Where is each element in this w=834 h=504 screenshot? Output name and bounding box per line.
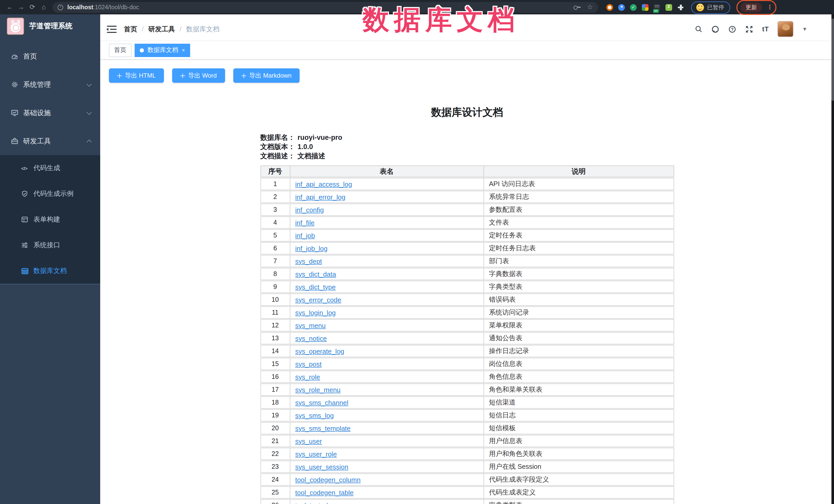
reload-icon[interactable]: ⟳ [27, 0, 38, 15]
row-table-name: sys_user [290, 435, 484, 447]
bookmark-star-icon[interactable]: ☆ [587, 0, 593, 15]
table-name-link[interactable]: sys_dict_data [295, 270, 336, 278]
export-markdown-button[interactable]: 导出 Markdown [233, 68, 300, 83]
back-icon[interactable]: ← [4, 0, 16, 15]
table-name-link[interactable]: inf_job [295, 232, 315, 239]
sidebar-item-dev-tools[interactable]: 研发工具 [0, 127, 100, 155]
extensions-puzzle-icon[interactable] [677, 4, 684, 10]
tab-db-doc[interactable]: 数据库文档 × [135, 43, 190, 57]
row-description: 代码生成表定义 [484, 486, 674, 499]
row-description: 菜单权限表 [484, 319, 674, 332]
table-name-link[interactable]: inf_api_error_log [295, 193, 345, 201]
font-size-icon[interactable] [762, 25, 769, 32]
table-name-link[interactable]: sys_role [295, 373, 320, 381]
plus-icon [180, 73, 185, 78]
extension-icon-pin[interactable] [618, 4, 625, 10]
address-bar[interactable]: localhost:1024/tool/db-doc ☆ [52, 2, 598, 13]
page-scrollbar[interactable] [831, 15, 834, 504]
update-button[interactable]: 更新 [741, 2, 762, 12]
table-name-link[interactable]: sys_dict_type [295, 283, 336, 291]
caret-down-icon[interactable]: ▼ [802, 26, 807, 32]
table-name-link[interactable]: sys_operate_log [295, 347, 344, 355]
row-num: 26 [260, 499, 290, 504]
row-table-name: inf_job [290, 229, 484, 242]
table-name-link[interactable]: inf_api_access_log [295, 180, 352, 188]
scrollbar-thumb[interactable] [831, 19, 834, 101]
sidebar-item-codegen-example[interactable]: 代码生成示例 [0, 181, 100, 206]
table-name-link[interactable]: sys_post [295, 360, 322, 368]
table-name-link[interactable]: sys_sms_channel [295, 399, 348, 406]
app-logo-row: 芋道管理系统 [0, 15, 100, 38]
table-name-link[interactable]: sys_sms_template [295, 424, 350, 432]
row-num: 6 [260, 242, 290, 255]
table-name-link[interactable]: sys_role_menu [295, 386, 341, 393]
avatar[interactable] [777, 21, 793, 37]
table-name-link[interactable]: inf_file [295, 219, 314, 226]
row-description: 字典类型表 [484, 281, 674, 293]
column-header-num: 序号 [260, 166, 290, 177]
table-name-link[interactable]: tool_codegen_table [295, 488, 354, 496]
table-name-link[interactable]: sys_user_role [295, 450, 337, 458]
table-name-link[interactable]: tool_codegen_column [295, 476, 360, 483]
sidebar-item-home[interactable]: 首页 [0, 42, 100, 70]
paused-extension-badge[interactable]: 已暂停 [692, 2, 728, 13]
table-name-link[interactable]: sys_user [295, 437, 322, 445]
table-name-link[interactable]: inf_config [295, 206, 324, 214]
extension-icon-orange[interactable] [606, 4, 613, 10]
help-icon[interactable]: ? [728, 25, 737, 33]
forward-icon[interactable]: → [16, 0, 27, 15]
table-name-link[interactable]: sys_login_log [295, 309, 336, 316]
table-name-link[interactable]: inf_job_log [295, 244, 328, 252]
chevron-down-icon [87, 109, 92, 115]
sidebar-item-db-doc[interactable]: 数据库文档 [0, 258, 100, 284]
breadcrumb-home[interactable]: 首页 [124, 24, 137, 34]
export-html-button[interactable]: 导出 HTML [109, 68, 164, 83]
row-table-name: sys_user_session [290, 461, 484, 473]
fullscreen-icon[interactable] [745, 25, 753, 33]
search-icon[interactable] [695, 25, 703, 33]
browser-menu-icon[interactable]: ⋮ [767, 2, 773, 12]
row-table-name: sys_sms_template [290, 422, 484, 434]
breadcrumb: 首页 / 研发工具 / 数据库文档 [124, 24, 220, 34]
row-table-name: sys_sms_log [290, 409, 484, 421]
table-row: 9 sys_dict_type 字典类型表 [260, 281, 674, 293]
sidebar-item-form-builder[interactable]: 表单构建 [0, 206, 100, 232]
extension-icon-switch-on[interactable] [654, 4, 660, 10]
url-text[interactable]: localhost:1024/tool/db-doc [67, 4, 139, 10]
sidebar-item-code-generation[interactable]: 代码生成 [0, 155, 100, 181]
row-num: 12 [260, 319, 290, 332]
sidebar-item-label: 数据库文档 [34, 266, 67, 276]
doc-info-line: 文档版本：1.0.0 [260, 143, 674, 152]
svg-text:?: ? [731, 27, 733, 31]
table-name-link[interactable]: sys_sms_log [295, 412, 334, 419]
extension-icon-check[interactable] [630, 4, 637, 10]
extension-icon-z[interactable] [665, 4, 672, 10]
sidebar-fold-icon[interactable] [106, 25, 117, 33]
row-description: 系统异常日志 [484, 191, 674, 203]
sidebar-item-infrastructure[interactable]: 基础设施 [0, 99, 100, 127]
github-icon[interactable] [711, 25, 720, 33]
breadcrumb-dev-tools[interactable]: 研发工具 [148, 24, 175, 34]
tab-home[interactable]: 首页 [109, 43, 132, 57]
sliders-icon [21, 242, 34, 249]
table-name-link[interactable]: sys_dept [295, 257, 322, 265]
home-icon[interactable]: ⌂ [38, 0, 49, 15]
sidebar-item-system[interactable]: 系统管理 [0, 70, 100, 99]
table-name-link[interactable]: sys_menu [295, 322, 326, 329]
tab-label: 首页 [114, 46, 126, 54]
export-word-button[interactable]: 导出 Word [172, 68, 225, 83]
extension-icon-grid[interactable] [642, 4, 649, 10]
table-name-link[interactable]: sys_notice [295, 334, 327, 342]
table-row: 20 sys_sms_template 短信模板 [260, 422, 674, 434]
code-icon [21, 165, 34, 171]
row-num: 5 [260, 229, 290, 242]
table-name-link[interactable]: tool_test_demo [295, 501, 341, 504]
monitor-icon [11, 109, 23, 117]
password-key-icon[interactable] [574, 6, 581, 9]
row-table-name: sys_user_role [290, 448, 484, 460]
table-name-link[interactable]: sys_error_code [295, 296, 341, 304]
close-icon[interactable]: × [182, 47, 185, 53]
sidebar-item-system-api[interactable]: 系统接口 [0, 232, 100, 258]
table-name-link[interactable]: sys_user_session [295, 463, 348, 470]
site-info-icon[interactable] [58, 4, 63, 10]
